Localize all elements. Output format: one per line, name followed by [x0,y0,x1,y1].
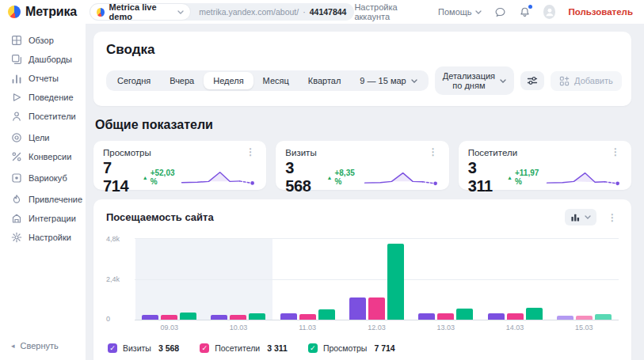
y-axis-tick: 0 [106,315,130,323]
counter-info: metrika.yandex.com/about/ · 44147844 [191,7,346,17]
metric-card-visitors[interactable]: Посетители ⋮ 3 311 ▲+11,97 % [459,141,631,190]
bar-посетители-15.03[interactable] [576,316,593,320]
legend-checkbox[interactable]: ✓ [108,343,117,353]
sidebar-item-behavior[interactable]: Поведение [11,92,82,103]
bar-посетители-10.03[interactable] [230,315,246,320]
legend-checkbox[interactable]: ✓ [200,343,209,353]
chevron-down-icon [585,215,591,219]
period-tab-4[interactable]: Квартал [299,72,351,89]
sidebar-item-conversions[interactable]: Конверсии [11,151,82,162]
bar-посетители-13.03[interactable] [437,313,454,320]
bar-посетители-12.03[interactable] [368,297,385,320]
sidebar-item-label: Обзор [29,36,54,45]
chat-icon [494,6,506,18]
bar-посетители-14.03[interactable] [507,313,524,320]
sidebar-item-goals[interactable]: Цели [11,132,82,143]
kebab-menu-icon[interactable]: ⋮ [606,214,619,222]
visitors-icon [11,111,22,122]
bar-group-14.03 [480,238,549,320]
bar-просмотры-10.03[interactable] [249,313,265,320]
account-settings-link[interactable]: Настройка аккаунта [354,2,425,21]
bar-просмотры-15.03[interactable] [595,314,612,320]
sidebar-item-visitors[interactable]: Посетители [11,111,82,122]
bar-визиты-10.03[interactable] [211,315,227,320]
bar-group-15.03 [550,238,619,320]
chart-legend: ✓Визиты3 568✓Посетители3 311✓Просмотры7 … [108,343,619,353]
chart-type-select[interactable] [565,209,596,225]
bar-просмотры-09.03[interactable] [180,313,196,320]
legend-item-посетители[interactable]: ✓Посетители3 311 [200,343,288,353]
user-name[interactable]: Пользователь [568,7,633,17]
period-tab-0[interactable]: Сегодня [108,72,160,89]
add-widget-button[interactable]: Добавить [551,71,622,91]
sidebar-item-overview[interactable]: Обзор [11,35,82,46]
avatar[interactable] [543,5,556,19]
bar-посетители-11.03[interactable] [299,314,316,320]
bar-group-12.03 [342,238,411,320]
variocube-icon [11,172,22,184]
period-tab-1[interactable]: Вчера [160,72,204,89]
metric-value: 3 568 [285,159,321,195]
sidebar-item-reports[interactable]: Отчеты [11,73,82,84]
x-axis-label: 11.03 [273,324,342,332]
metric-cards: Просмотры ⋮ 7 714 ▲+52,03 % [93,141,631,190]
metric-change: ▲+11,97 % [507,169,544,186]
help-menu[interactable]: Помощь [438,7,482,17]
bar-визиты-11.03[interactable] [280,313,297,320]
bar-group-10.03 [204,238,272,320]
period-tab-2[interactable]: Неделя [204,72,253,89]
sidebar-item-integrations[interactable]: Интеграции [11,213,82,224]
legend-item-визиты[interactable]: ✓Визиты3 568 [108,343,179,353]
bar-визиты-15.03[interactable] [557,316,574,320]
sidebar-group: ЦелиКонверсии [11,132,82,162]
detail-granularity-select[interactable]: Детализация по дням [435,66,514,95]
metric-card-visits[interactable]: Визиты ⋮ 3 568 ▲+8,35 % [276,141,448,190]
filter-settings-button[interactable] [520,71,544,90]
notification-badge [528,5,532,9]
sparkline-chart [179,166,257,188]
kebab-menu-icon[interactable]: ⋮ [609,148,622,156]
chevron-down-icon [475,10,482,14]
chart-plot-area: 4,8k 2,4k 0 [135,238,619,320]
kebab-menu-icon[interactable]: ⋮ [427,148,440,156]
up-arrow-icon: ▲ [327,175,333,180]
metric-title: Визиты [285,148,316,157]
metric-title: Просмотры [103,148,151,157]
metric-card-views[interactable]: Просмотры ⋮ 7 714 ▲+52,03 % [93,141,266,190]
sidebar-item-settings[interactable]: Настройки [11,232,82,243]
x-axis-label: 14.03 [480,324,549,332]
bar-просмотры-13.03[interactable] [456,309,473,320]
x-axis-label: 09.03 [135,324,204,332]
header-right: Настройка аккаунта Помощь Пользователь [354,2,633,21]
legend-label: Посетители [215,343,260,353]
dashboards-icon [11,54,22,65]
bar-group-13.03 [411,238,480,320]
metrika-logo[interactable]: Метрика [8,5,90,19]
sidebar-item-variocube[interactable]: Вариокуб [11,172,82,184]
sidebar-item-dashboards[interactable]: Дашборды [11,54,82,65]
sparkline-chart [362,166,440,188]
counter-name-button[interactable]: Metrica live demo [90,3,191,21]
bar-просмотры-14.03[interactable] [526,308,543,320]
notifications-button[interactable] [519,6,531,18]
metric-change: ▲+8,35 % [327,169,362,186]
detail-granularity-label: Детализация по дням [443,71,495,90]
kebab-menu-icon[interactable]: ⋮ [244,148,257,156]
date-range-select[interactable]: 9 — 15 мар [350,72,426,89]
period-tab-3[interactable]: Месяц [253,72,299,89]
bar-визиты-13.03[interactable] [418,313,435,320]
collapse-sidebar-button[interactable]: ◂ Свернуть [11,341,82,354]
bar-визиты-12.03[interactable] [349,297,366,320]
sidebar-item-attraction[interactable]: Привлечение [11,194,82,205]
top-header: Метрика Metrica live demo metrika.yandex… [0,0,644,24]
legend-checkbox[interactable]: ✓ [308,343,318,353]
date-range-label: 9 — 15 мар [360,76,406,85]
chat-button[interactable] [494,6,506,18]
bar-посетители-09.03[interactable] [161,315,177,320]
bar-просмотры-11.03[interactable] [318,309,335,320]
counter-selector[interactable]: Metrica live demo metrika.yandex.com/abo… [90,3,354,21]
bar-просмотры-12.03[interactable] [387,244,404,320]
legend-item-просмотры[interactable]: ✓Просмотры7 714 [308,343,395,353]
bar-визиты-09.03[interactable] [142,315,158,320]
bar-визиты-14.03[interactable] [488,313,505,320]
